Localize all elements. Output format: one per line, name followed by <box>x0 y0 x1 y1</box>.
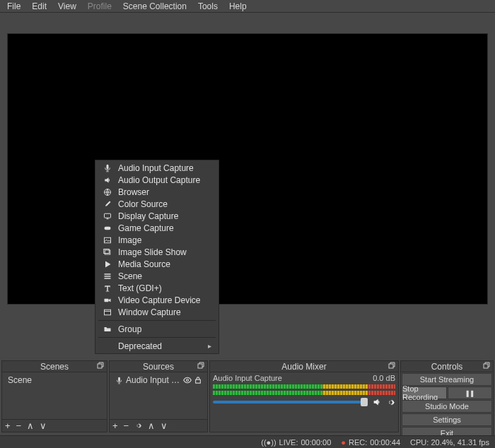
gamepad-icon <box>103 223 112 233</box>
panel-title-text: Scenes <box>40 362 69 372</box>
settings-button[interactable]: Settings <box>402 413 492 426</box>
globe-icon <box>103 187 112 197</box>
panel-title-text: Audio Mixer <box>281 362 326 372</box>
mixer-settings-icon[interactable] <box>386 398 395 407</box>
audio-mixer-panel: Audio Mixer Audio Input Capture 0.0 dB <box>209 360 399 432</box>
scenes-toolbar: + − ∧ ∨ <box>2 419 107 432</box>
menu-help[interactable]: Help <box>223 1 252 12</box>
ctx-label: Media Source <box>118 259 170 269</box>
add-scene-button[interactable]: + <box>5 420 11 431</box>
svg-rect-6 <box>105 298 109 302</box>
ctx-label: Display Capture <box>118 211 178 221</box>
list-icon <box>103 271 112 281</box>
move-scene-up-button[interactable]: ∧ <box>27 420 34 431</box>
ctx-label: Audio Output Capture <box>118 175 200 185</box>
sources-toolbar: + − ∧ ∨ <box>110 419 207 432</box>
add-source-button[interactable]: + <box>112 420 118 431</box>
ctx-label: Image Slide Show <box>118 247 187 257</box>
audio-meter <box>213 391 395 395</box>
sources-panel: Sources Audio Input Capture + − ∧ ∨ <box>109 360 208 432</box>
scene-name: Scene <box>8 375 101 385</box>
panel-title-text: Controls <box>431 362 463 372</box>
svg-rect-14 <box>484 364 488 368</box>
ctx-label: Game Capture <box>118 223 174 233</box>
move-source-down-button[interactable]: ∨ <box>161 420 168 431</box>
undock-icon[interactable] <box>197 362 206 370</box>
live-label: LIVE: <box>279 438 298 447</box>
ctx-scene[interactable]: Scene <box>95 270 219 282</box>
ctx-deprecated[interactable]: Deprecated ▸ <box>95 340 219 352</box>
ctx-label: Video Capture Device <box>118 295 201 305</box>
ctx-separator <box>98 337 216 338</box>
ctx-image[interactable]: Image <box>95 234 219 246</box>
mixer-channel-level: 0.0 dB <box>373 374 395 382</box>
svg-point-10 <box>187 379 189 382</box>
controls-panel-title: Controls <box>401 361 493 372</box>
move-source-up-button[interactable]: ∧ <box>148 420 155 431</box>
add-source-context-menu: Audio Input Capture Audio Output Capture… <box>95 160 219 354</box>
play-icon <box>103 259 112 269</box>
ctx-audio-output-capture[interactable]: Audio Output Capture <box>95 174 219 186</box>
ctx-label: Window Capture <box>118 307 181 317</box>
menu-scene-collection[interactable]: Scene Collection <box>117 1 192 12</box>
undock-icon[interactable] <box>483 362 491 370</box>
status-rec: ● REC: 00:00:44 <box>341 438 400 447</box>
source-properties-button[interactable] <box>134 422 142 430</box>
scene-list-item[interactable]: Scene <box>5 374 104 387</box>
scenes-panel-title: Scenes <box>2 361 107 372</box>
rec-label: REC: <box>349 438 367 447</box>
svg-rect-8 <box>98 364 102 368</box>
ctx-game-capture[interactable]: Game Capture <box>95 222 219 234</box>
status-bar: ((●)) LIVE: 00:00:00 ● REC: 00:00:44 CPU… <box>0 435 495 448</box>
move-scene-down-button[interactable]: ∨ <box>40 420 47 431</box>
mixer-channel-name: Audio Input Capture <box>213 374 282 382</box>
stop-recording-button[interactable]: Stop Recording <box>402 387 447 399</box>
menu-edit[interactable]: Edit <box>26 1 52 12</box>
mic-icon <box>103 163 112 173</box>
volume-slider[interactable] <box>213 401 368 403</box>
svg-rect-1 <box>105 213 111 218</box>
ctx-image-slide-show[interactable]: Image Slide Show <box>95 246 219 258</box>
visibility-toggle-icon[interactable] <box>183 376 192 384</box>
lock-toggle-icon[interactable] <box>194 376 202 384</box>
ctx-display-capture[interactable]: Display Capture <box>95 210 219 222</box>
scenes-panel: Scenes Scene + − ∧ ∨ <box>1 360 107 432</box>
ctx-label: Audio Input Capture <box>118 163 194 173</box>
remove-scene-button[interactable]: − <box>16 420 22 431</box>
mixer-panel-title: Audio Mixer <box>210 361 398 372</box>
ctx-color-source[interactable]: Color Source <box>95 198 219 210</box>
menu-profile[interactable]: Profile <box>82 1 117 12</box>
status-cpu: CPU: 20.4%, 41.31 fps <box>410 438 489 447</box>
ctx-browser[interactable]: Browser <box>95 186 219 198</box>
ctx-audio-input-capture[interactable]: Audio Input Capture <box>95 162 219 174</box>
broadcast-icon: ((●)) <box>261 438 276 447</box>
undock-icon[interactable] <box>388 362 397 370</box>
menu-tools[interactable]: Tools <box>192 1 223 12</box>
chevron-right-icon: ▸ <box>208 342 211 350</box>
mute-button-icon[interactable] <box>372 397 382 407</box>
speaker-icon <box>103 175 112 185</box>
undock-icon[interactable] <box>97 362 105 370</box>
svg-rect-3 <box>105 237 111 243</box>
ctx-video-capture-device[interactable]: Video Capture Device <box>95 294 219 306</box>
ctx-label: Color Source <box>118 199 168 209</box>
source-list-item[interactable]: Audio Input Capture <box>112 374 204 387</box>
preview-canvas[interactable] <box>7 33 488 305</box>
record-dot-icon: ● <box>341 438 346 447</box>
monitor-icon <box>103 211 112 221</box>
brush-icon <box>103 199 112 209</box>
studio-mode-button[interactable]: Studio Mode <box>402 400 492 413</box>
svg-rect-2 <box>105 226 111 230</box>
menu-file[interactable]: File <box>1 1 26 12</box>
ctx-group[interactable]: Group <box>95 323 219 335</box>
mixer-channel: Audio Input Capture 0.0 dB <box>210 372 398 408</box>
menu-view[interactable]: View <box>52 1 82 12</box>
pause-recording-button[interactable]: ❚❚ <box>448 387 493 399</box>
status-live: ((●)) LIVE: 00:00:00 <box>261 438 331 447</box>
ctx-text-gdi[interactable]: Text (GDI+) <box>95 282 219 294</box>
remove-source-button[interactable]: − <box>124 420 129 431</box>
ctx-window-capture[interactable]: Window Capture <box>95 306 219 318</box>
svg-rect-12 <box>389 364 393 368</box>
ctx-media-source[interactable]: Media Source <box>95 258 219 270</box>
menubar: File Edit View Profile Scene Collection … <box>0 0 495 13</box>
